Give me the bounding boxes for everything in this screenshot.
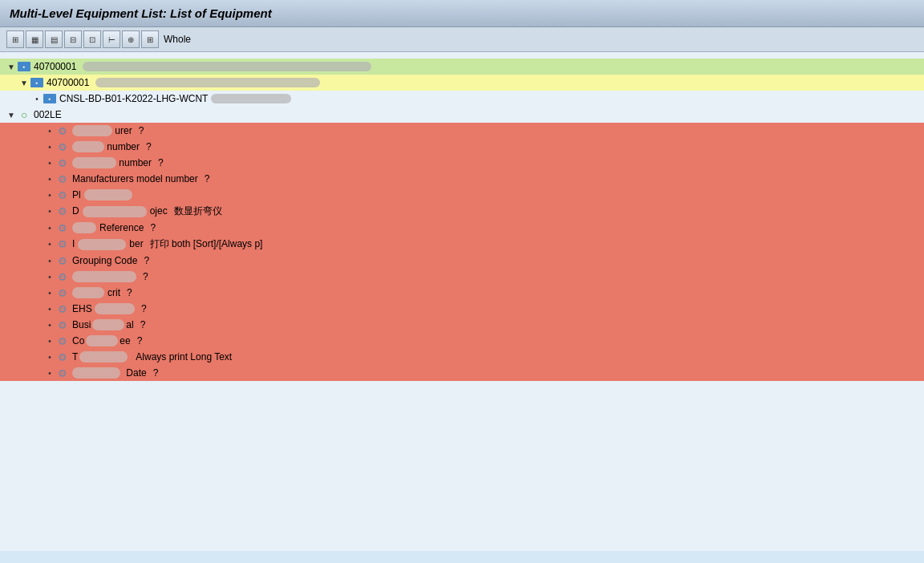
gear-icon-prop-11: ⚙ <box>56 302 69 315</box>
tree-row-prop-14[interactable]: • ⚙ T Always print Long Text <box>0 349 924 365</box>
root3-label: 002LE <box>34 109 62 120</box>
child1-label: CNSL-BD-B01-K2022-LHG-WCNT <box>59 93 208 104</box>
bullet-prop-7: • <box>45 240 55 249</box>
prop-value-9: ? <box>143 271 148 282</box>
bullet-prop-5: • <box>45 207 55 217</box>
prop-value-12: ? <box>140 319 146 330</box>
tree-row-prop-5[interactable]: • ⚙ Dojec 数显折弯仪 <box>0 203 924 220</box>
prop-label-3: Manufacturers model number <box>72 173 198 184</box>
prop-label-4: Pl <box>72 189 136 201</box>
bullet-prop-4: • <box>45 190 55 200</box>
tree-row-prop-1[interactable]: • ⚙ number ? <box>0 139 924 155</box>
tree-row-prop-7[interactable]: • ⚙ Iber 打印 both [Sort]/[Always p] <box>0 236 924 253</box>
gear-icon-prop-10: ⚙ <box>56 286 69 299</box>
tree-row-prop-10[interactable]: • ⚙ crit ? <box>0 285 924 301</box>
prop-value-10: ? <box>127 287 132 298</box>
prop-label-15: Date <box>72 367 147 379</box>
prop-value-11: ? <box>141 303 147 314</box>
toggle-expand-root1[interactable]: ▼ <box>6 62 16 71</box>
prop-value-13: ? <box>137 335 143 346</box>
toggle-expand-root3[interactable]: ▼ <box>6 110 16 119</box>
gear-icon-prop-3: ⚙ <box>56 172 69 185</box>
bullet-prop-9: • <box>45 272 55 282</box>
bullet-prop-6: • <box>45 223 55 233</box>
root1-label: 40700001 <box>34 61 76 72</box>
tree-row-prop-15[interactable]: • ⚙ Date ? <box>0 365 924 381</box>
prop-value-14: Always print Long Text <box>136 351 232 363</box>
prop-value-3: ? <box>205 173 210 184</box>
bullet-prop-11: • <box>45 304 55 314</box>
tree-row-prop-11[interactable]: • ⚙ EHS ? <box>0 301 924 317</box>
toolbar-btn-2[interactable]: ▦ <box>26 30 43 48</box>
title-bar: Multi-Level Equipment List: List of Equi… <box>0 0 924 27</box>
tree-row-prop-3[interactable]: • ⚙ Manufacturers model number ? <box>0 171 924 187</box>
gear-icon-prop-15: ⚙ <box>56 367 69 379</box>
prop-label-14: T <box>72 351 129 363</box>
prop-value-5: 数显折弯仪 <box>174 205 222 218</box>
toolbar: ⊞ ▦ ▤ ⊟ ⊡ ⊢ ⊕ ⊞ Whole <box>0 27 924 52</box>
prop-label-10: crit <box>72 287 120 299</box>
prop-label-1: number <box>72 141 140 153</box>
gear-icon-prop-8: ⚙ <box>56 254 69 267</box>
gear-icon-prop-1: ⚙ <box>56 140 69 153</box>
toolbar-btn-6[interactable]: ⊢ <box>103 30 120 48</box>
tree-row-root2[interactable]: ▼ ▪ 40700001 <box>0 75 924 91</box>
prop-value-8: ? <box>144 255 149 266</box>
gear-icon-prop-2: ⚙ <box>56 156 69 169</box>
prop-label-12: Busial <box>72 319 134 331</box>
tree-row-prop-2[interactable]: • ⚙ number ? <box>0 155 924 171</box>
monitor-icon-root1: ▪ <box>18 60 30 73</box>
toolbar-btn-1[interactable]: ⊞ <box>6 30 24 48</box>
gear-icon-prop-6: ⚙ <box>56 221 69 234</box>
tree-row-prop-13[interactable]: • ⚙ Coee ? <box>0 333 924 349</box>
toolbar-btn-4[interactable]: ⊟ <box>64 30 82 48</box>
prop-label-9 <box>72 271 136 283</box>
tree-row-prop-8[interactable]: • ⚙ Grouping Code ? <box>0 253 924 269</box>
prop-label-8: Grouping Code <box>72 255 137 266</box>
page-title: Multi-Level Equipment List: List of Equi… <box>10 6 914 20</box>
tree-row-prop-4[interactable]: • ⚙ Pl <box>0 187 924 203</box>
toolbar-btn-7[interactable]: ⊕ <box>122 30 140 48</box>
prop-value-2: ? <box>158 157 164 168</box>
bullet-prop-3: • <box>45 174 55 184</box>
toolbar-btn-5[interactable]: ⊡ <box>83 30 101 48</box>
prop-label-5: Dojec <box>72 205 168 217</box>
tree-row-prop-0[interactable]: • ⚙ urer ? <box>0 123 924 139</box>
gear-icon-prop-4: ⚙ <box>56 188 69 201</box>
prop-value-7: 打印 both [Sort]/[Always p] <box>150 237 263 251</box>
toolbar-btn-3[interactable]: ▤ <box>45 30 63 48</box>
circle-icon-root3: ○ <box>18 108 30 121</box>
bullet-prop-8: • <box>45 256 55 265</box>
bullet-child1: • <box>32 94 42 103</box>
gear-icon-prop-9: ⚙ <box>56 270 69 283</box>
gear-icon-prop-7: ⚙ <box>56 238 69 251</box>
prop-label-11: EHS <box>72 303 135 315</box>
bullet-prop-14: • <box>45 352 55 362</box>
gear-icon-prop-14: ⚙ <box>56 350 69 363</box>
bullet-prop-0: • <box>45 126 55 136</box>
prop-label-6: Reference <box>72 222 144 234</box>
bullet-prop-12: • <box>45 320 55 330</box>
bullet-prop-13: • <box>45 336 55 346</box>
root2-label: 40700001 <box>47 77 89 88</box>
bullet-prop-15: • <box>45 368 55 378</box>
toolbar-btn-8[interactable]: ⊞ <box>141 30 159 48</box>
tree-row-child1[interactable]: • ▪ CNSL-BD-B01-K2022-LHG-WCNT <box>0 91 924 107</box>
prop-label-7: Iber <box>72 238 144 250</box>
tree-row-root3[interactable]: ▼ ○ 002LE <box>0 107 924 123</box>
bullet-prop-10: • <box>45 288 55 298</box>
toggle-expand-root2[interactable]: ▼ <box>19 78 29 87</box>
prop-value-15: ? <box>153 367 159 379</box>
gear-icon-prop-12: ⚙ <box>56 318 69 331</box>
gear-icon-prop-13: ⚙ <box>56 334 69 347</box>
monitor-icon-root2: ▪ <box>30 76 43 89</box>
tree-row-prop-12[interactable]: • ⚙ Busial ? <box>0 317 924 333</box>
tree-row-root1[interactable]: ▼ ▪ 40700001 <box>0 59 924 75</box>
bullet-prop-1: • <box>45 142 55 152</box>
prop-label-13: Coee <box>72 335 131 347</box>
tree-row-prop-6[interactable]: • ⚙ Reference ? <box>0 220 924 236</box>
bullet-prop-2: • <box>45 158 55 168</box>
tree-row-prop-9[interactable]: • ⚙ ? <box>0 269 924 285</box>
prop-label-2: number <box>72 157 152 169</box>
prop-value-6: ? <box>150 222 156 233</box>
